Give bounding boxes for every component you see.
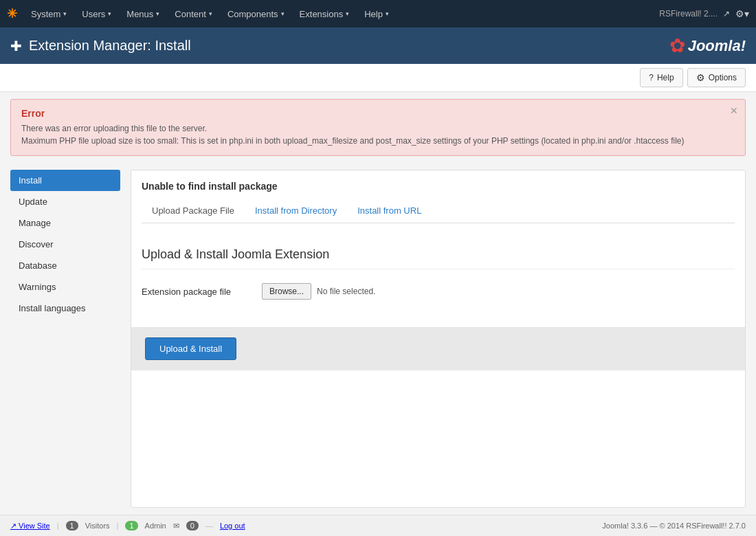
navbar-right: RSFirewall! 2.... ↗ ⚙▾: [659, 8, 749, 19]
nav-components[interactable]: Components ▾: [221, 5, 291, 23]
help-button[interactable]: ? Help: [640, 68, 682, 87]
nav-extensions[interactable]: Extensions ▾: [293, 5, 357, 23]
sidebar-item-discover[interactable]: Discover: [10, 234, 120, 255]
error-close-button[interactable]: ✕: [730, 105, 738, 116]
options-gear-icon: ⚙: [696, 72, 705, 83]
admin-label: Admin: [145, 522, 166, 530]
help-button-label: Help: [657, 73, 674, 82]
footer-version: Joomla! 3.3.6 — © 2014 RSFirewall!! 2.7.…: [602, 522, 746, 530]
file-name-display: No file selected.: [317, 287, 375, 296]
nav-extensions-label: Extensions: [300, 9, 344, 19]
nav-extensions-caret: ▾: [346, 10, 349, 17]
sidebar-manage-label: Manage: [19, 218, 51, 228]
sidebar-discover-label: Discover: [19, 239, 54, 249]
upload-install-label: Upload & Install: [159, 344, 222, 354]
nav-content-link[interactable]: Content ▾: [168, 5, 219, 23]
sidebar-database-label: Database: [19, 260, 57, 271]
sidebar-warnings-label: Warnings: [19, 282, 56, 292]
nav-content-label: Content: [175, 9, 206, 19]
visitors-label: Visitors: [85, 522, 110, 530]
header-title: ✚ Extension Manager: Install: [10, 38, 191, 54]
file-input-row: Extension package file Browse... No file…: [142, 283, 735, 300]
navbar: ✳ System ▾ Users ▾ Menus ▾ Content ▾: [0, 0, 756, 27]
upload-action-bar: Upload & Install: [131, 327, 745, 370]
nav-system-caret: ▾: [63, 10, 67, 17]
sidebar-item-install-languages[interactable]: Install languages: [10, 298, 120, 319]
joomla-logo: ✿ Joomla!: [669, 34, 746, 57]
content-inner: Unable to find install package Upload Pa…: [131, 170, 745, 234]
upload-section-title: Upload & Install Joomla Extension: [142, 247, 735, 269]
footer: ↗ View Site | 1 Visitors | 1 Admin ✉ 0 —…: [0, 515, 756, 536]
nav-help[interactable]: Help ▾: [357, 5, 396, 23]
options-button[interactable]: ⚙ Options: [687, 68, 746, 87]
nav-users-link[interactable]: Users ▾: [75, 5, 118, 23]
view-site-link[interactable]: ↗ View Site: [10, 522, 50, 531]
logout-link[interactable]: Log out: [220, 522, 245, 530]
options-button-label: Options: [709, 73, 737, 82]
sidebar-install-label: Install: [19, 175, 42, 186]
form-file-label: Extension package file: [142, 287, 252, 297]
nav-users-caret: ▾: [108, 10, 111, 17]
error-alert: ✕ Error There was an error uploading thi…: [10, 99, 746, 156]
browse-button-label: Browse...: [269, 287, 304, 296]
joomla-brand-icon: ✳: [7, 6, 17, 21]
nav-extensions-link[interactable]: Extensions ▾: [293, 5, 357, 23]
nav-menus[interactable]: Menus ▾: [120, 5, 166, 23]
sidebar: Install Update Manage Discover Database …: [10, 170, 120, 508]
nav-help-label: Help: [364, 9, 383, 19]
toolbar: ? Help ⚙ Options: [0, 64, 756, 92]
page-title: Extension Manager: Install: [29, 38, 191, 54]
sidebar-item-database[interactable]: Database: [10, 255, 120, 276]
nav-content-caret: ▾: [209, 10, 212, 17]
admin-count-badge: 1: [125, 521, 137, 531]
sidebar-item-warnings[interactable]: Warnings: [10, 276, 120, 298]
nav-users-label: Users: [82, 9, 105, 19]
install-tabs: Upload Package File Install from Directo…: [142, 200, 735, 223]
nav-components-caret: ▾: [281, 10, 285, 17]
tab-upload-label: Upload Package File: [152, 205, 234, 216]
tab-directory-label: Install from Directory: [255, 205, 337, 216]
tab-install-directory[interactable]: Install from Directory: [245, 200, 347, 223]
tab-install-url[interactable]: Install from URL: [347, 200, 432, 223]
question-icon: ?: [649, 73, 654, 82]
nav-users[interactable]: Users ▾: [75, 5, 118, 23]
error-line2: Maximum PHP file upload size is too smal…: [21, 135, 724, 147]
joomla-logo-text: Joomla!: [688, 37, 746, 55]
tab-upload-package[interactable]: Upload Package File: [142, 200, 245, 223]
nav-menus-label: Menus: [126, 9, 153, 19]
upload-install-button[interactable]: Upload & Install: [145, 337, 236, 360]
mail-icon: ✉: [173, 522, 179, 531]
footer-left: ↗ View Site | 1 Visitors | 1 Admin ✉ 0 —…: [10, 521, 245, 531]
settings-icon[interactable]: ⚙▾: [735, 8, 749, 19]
page-icon: ✚: [10, 38, 22, 54]
nav-components-link[interactable]: Components ▾: [221, 5, 291, 23]
view-site-icon: ↗: [10, 522, 16, 530]
nav-components-label: Components: [227, 9, 278, 19]
header-bar: ✚ Extension Manager: Install ✿ Joomla!: [0, 27, 756, 64]
nav-help-link[interactable]: Help ▾: [357, 5, 396, 23]
upload-section: Upload & Install Joomla Extension Extens…: [131, 234, 745, 327]
error-title: Error: [21, 108, 724, 119]
main-content: Install Update Manage Discover Database …: [0, 163, 756, 515]
file-input-area: Browse... No file selected.: [262, 283, 375, 300]
nav-content[interactable]: Content ▾: [168, 5, 219, 23]
nav-system[interactable]: System ▾: [24, 5, 74, 23]
nav-menus-caret: ▾: [156, 10, 159, 17]
external-link-icon: ↗: [723, 9, 730, 19]
sidebar-item-manage[interactable]: Manage: [10, 212, 120, 234]
nav-help-caret: ▾: [386, 10, 389, 17]
logout-label: Log out: [220, 522, 245, 530]
messages-badge: 0: [186, 521, 199, 531]
sidebar-item-update[interactable]: Update: [10, 191, 120, 212]
nav-system-link[interactable]: System ▾: [24, 5, 74, 23]
sidebar-item-install[interactable]: Install: [10, 170, 120, 191]
content-page-title: Unable to find install package: [142, 181, 735, 192]
content-panel: Unable to find install package Upload Pa…: [131, 170, 746, 508]
nav-system-label: System: [31, 9, 60, 19]
tab-url-label: Install from URL: [357, 205, 421, 216]
browse-button[interactable]: Browse...: [262, 283, 311, 300]
rsf-label: RSFirewall! 2....: [659, 9, 718, 19]
error-line1: There was an error uploading this file t…: [21, 122, 724, 135]
nav-menus-link[interactable]: Menus ▾: [120, 5, 166, 23]
view-site-label: View Site: [19, 522, 50, 530]
